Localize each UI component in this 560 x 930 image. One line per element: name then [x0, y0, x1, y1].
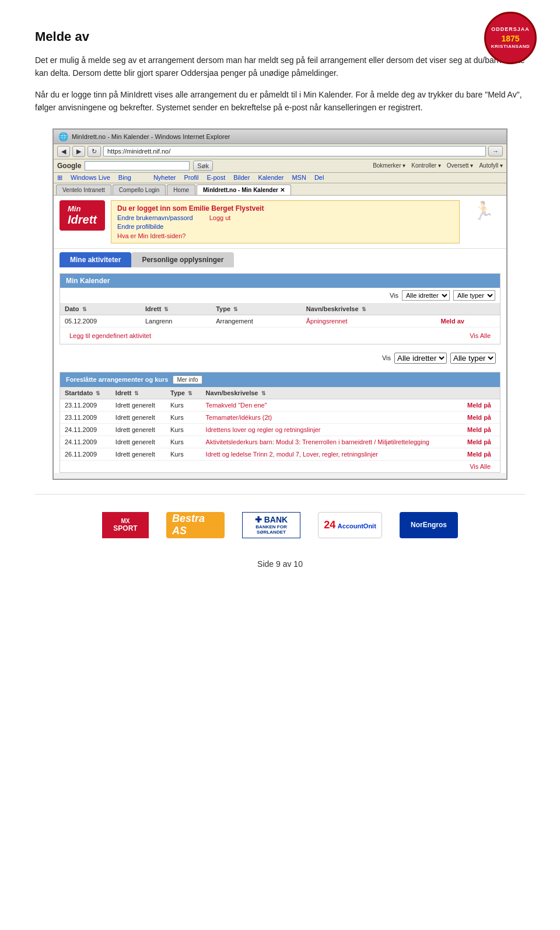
paragraph-1: Det er mulig å melde seg av et arrangeme…: [35, 54, 525, 80]
foreslatte-table: Startdato ⇅ Idrett ⇅ Type ⇅ Navn/beskriv…: [60, 387, 500, 461]
cell-dato-3: 24.11.2009: [60, 436, 111, 448]
kalender-vis-bar: Vis Alle idretter Alle typer: [60, 288, 500, 303]
table-row: 05.12.2009 Langrenn Arrangement Åpningsr…: [60, 315, 500, 327]
col-dato: Dato ⇅: [60, 303, 141, 315]
logout-link[interactable]: Logg ut: [209, 214, 231, 221]
browser-icon: 🌐: [58, 132, 68, 141]
table-row: 23.11.2009 Idrett generelt Kurs Temakvel…: [60, 399, 500, 411]
logged-in-text: Du er logget inn som Emilie Berget Flyst…: [117, 204, 264, 213]
idrett-select-foreslatte[interactable]: Alle idretter: [394, 353, 447, 364]
cell-meld-av[interactable]: Meld av: [436, 315, 500, 327]
kalender-link[interactable]: Kalender: [258, 174, 284, 181]
cell-type-2: Kurs: [166, 423, 201, 436]
browser-titlebar: 🌐 MinIdrett.no - Min Kalender - Windows …: [54, 130, 506, 144]
cell-idrett-3: Idrett generelt: [111, 436, 166, 448]
refresh-button[interactable]: ↻: [88, 146, 101, 157]
cell-meld-pa-4[interactable]: Meld på: [463, 448, 500, 460]
cell-dato-4: 26.11.2009: [60, 448, 111, 460]
profil-link[interactable]: Profil: [184, 174, 198, 181]
what-is-link[interactable]: Hva er Min Idrett-siden?: [117, 232, 453, 239]
sponsor-account-on-it: 24 AccountOnit: [318, 512, 382, 538]
forward-button[interactable]: ▶: [72, 146, 85, 157]
col-idrett-f: Idrett ⇅: [111, 387, 166, 399]
tab-minidrett[interactable]: MinIdrett.no - Min Kalender ✕: [197, 184, 291, 195]
main-content: Melde av Det er mulig å melde seg av et …: [35, 29, 525, 574]
cell-navn-4: Idrett og ledelse Trinn 2, modul 7, Love…: [201, 448, 463, 460]
col-type-f: Type ⇅: [166, 387, 201, 399]
change-username-link[interactable]: Endre brukernavn/passord: [117, 214, 193, 221]
mer-info-button[interactable]: Mer info: [173, 375, 202, 384]
sponsors-footer: MX SPORT Bestra AS ✚ BANK BANKEN FOR SØR…: [35, 494, 525, 550]
table-row: 26.11.2009 Idrett generelt Kurs Idrett o…: [60, 448, 500, 460]
cell-idrett-2: Idrett generelt: [111, 423, 166, 436]
nyheter-link[interactable]: Nyheter: [153, 174, 176, 181]
cell-type-3: Kurs: [166, 436, 201, 448]
foreslatte-header: Foreslåtte arrangementer og kurs Mer inf…: [60, 372, 500, 387]
bilder-link[interactable]: Bilder: [233, 174, 250, 181]
type-select-foreslatte[interactable]: Alle typer: [450, 353, 496, 364]
cell-navn: Åpningsrennet: [302, 315, 436, 327]
epost-link[interactable]: E-post: [206, 174, 225, 181]
legg-til-link[interactable]: Legg til egendefinert aktivitet: [65, 330, 156, 342]
cell-navn-3: Aktivitetslederkurs barn: Modul 3: Trene…: [201, 436, 463, 448]
change-profile-link[interactable]: Endre profilbilde: [117, 223, 164, 230]
sponsor-bestra-as: Bestra AS: [166, 512, 225, 538]
cell-navn-0: Temakveld "Den ene": [201, 399, 463, 411]
col-idrett: Idrett ⇅: [141, 303, 211, 315]
col-navn: Navn/beskrivelse ⇅: [302, 303, 436, 315]
google-toolbar: Google Søk Bokmerker ▾ Kontroller ▾ Over…: [54, 159, 506, 173]
kalender-header-row: Dato ⇅ Idrett ⇅ Type ⇅ Navn/beskrivelse …: [60, 303, 500, 315]
windows-live-icon: ⊞: [57, 174, 62, 182]
sponsor-bank: ✚ BANK BANKEN FOR SØRLANDET: [242, 512, 300, 538]
mascot-image: 🏃: [466, 200, 501, 221]
cell-dato: 05.12.2009: [60, 315, 141, 327]
min-idrett-logo: Min Idrett: [60, 200, 105, 231]
cell-type: Arrangement: [211, 315, 301, 327]
vis-alle-kalender[interactable]: Vis Alle: [465, 330, 495, 342]
cell-idrett-1: Idrett generelt: [111, 411, 166, 423]
tab-personlige[interactable]: Personlige opplysninger: [131, 252, 234, 267]
vis-alle-foreslatte[interactable]: Vis Alle: [465, 461, 495, 472]
cell-dato-2: 24.11.2009: [60, 423, 111, 436]
cell-type-4: Kurs: [166, 448, 201, 460]
idrett-select-kalender[interactable]: Alle idretter: [402, 290, 450, 301]
cell-idrett: Langrenn: [141, 315, 211, 327]
col-action-f: [463, 387, 500, 399]
club-logo: ODDERSJAA 1875 KRISTIANSAND: [484, 12, 537, 64]
tab-home[interactable]: Home: [167, 184, 195, 195]
msn-link[interactable]: MSN: [292, 174, 306, 181]
browser-links-bar: ⊞ Windows Live Bing Nyheter Profil E-pos…: [54, 173, 506, 183]
nav-tabs: Mine aktiviteter Personlige opplysninger: [54, 249, 506, 267]
cell-meld-pa-2[interactable]: Meld på: [463, 423, 500, 436]
windows-live-link[interactable]: Windows Live: [71, 174, 110, 181]
col-startdato: Startdato ⇅: [60, 387, 111, 399]
cell-type-1: Kurs: [166, 411, 201, 423]
browser-window: 🌐 MinIdrett.no - Min Kalender - Windows …: [52, 128, 508, 480]
type-select-kalender[interactable]: Alle typer: [453, 290, 495, 301]
cell-meld-pa-1[interactable]: Meld på: [463, 411, 500, 423]
cell-dato-0: 23.11.2009: [60, 399, 111, 411]
tab-compello[interactable]: Compello Login: [113, 184, 166, 195]
back-button[interactable]: ◀: [57, 146, 70, 157]
kalender-header: Min Kalender: [60, 274, 500, 288]
go-button[interactable]: →: [488, 146, 503, 156]
bing-link[interactable]: Bing: [118, 174, 131, 181]
cell-navn-1: Temamøter/idékurs (2t): [201, 411, 463, 423]
google-search-input[interactable]: [85, 161, 190, 170]
tab-mine-aktiviteter[interactable]: Mine aktiviteter: [60, 252, 131, 267]
google-search-btn[interactable]: Søk: [193, 161, 213, 171]
site-header: Min Idrett Du er logget inn som Emilie B…: [54, 196, 506, 249]
google-label: Google: [57, 162, 81, 170]
address-bar[interactable]: [103, 146, 486, 156]
cell-meld-pa-0[interactable]: Meld på: [463, 399, 500, 411]
kalender-section: Min Kalender Vis Alle idretter Alle type…: [60, 273, 501, 344]
cell-meld-pa-3[interactable]: Meld på: [463, 436, 500, 448]
del-link[interactable]: Del: [314, 174, 324, 181]
tab-ventelo[interactable]: Ventelo Intranett: [56, 184, 111, 195]
sponsor-norengros: NorEngros: [400, 512, 458, 538]
browser-title: MinIdrett.no - Min Kalender - Windows In…: [72, 133, 230, 140]
cell-idrett-4: Idrett generelt: [111, 448, 166, 460]
browser-toolbar[interactable]: ◀ ▶ ↻ →: [54, 144, 506, 159]
site-content: Min Idrett Du er logget inn som Emilie B…: [54, 196, 506, 473]
kalender-table: Dato ⇅ Idrett ⇅ Type ⇅ Navn/beskrivelse …: [60, 303, 500, 328]
